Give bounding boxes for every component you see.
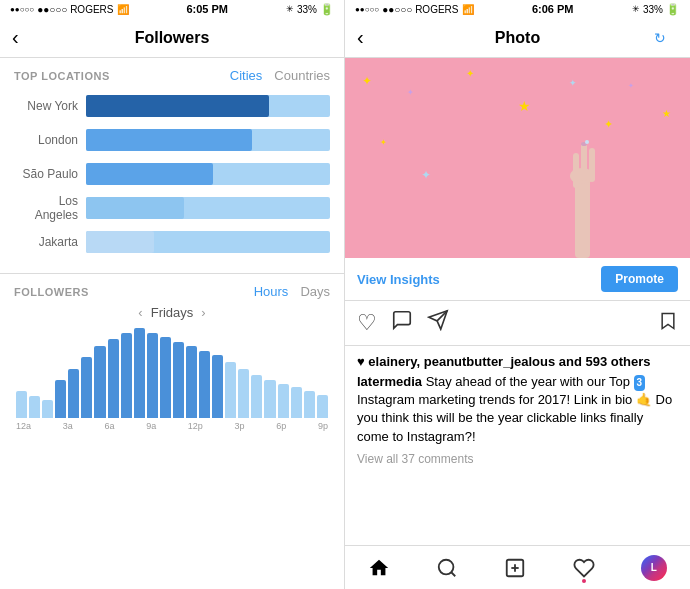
star-1: ✦	[362, 74, 372, 88]
status-bar-right: ●●○○○ ●●○○○ ROGERS 📶 6:06 PM ✳ 33% 🔋	[345, 0, 690, 18]
view-insights-button[interactable]: View Insights	[357, 272, 440, 287]
emoji-3: 3	[634, 375, 646, 391]
signal-icon-right: ●●○○○	[355, 5, 379, 14]
back-button-right[interactable]: ‹	[357, 26, 381, 49]
time-tabs: Hours Days	[254, 284, 330, 299]
nav-bar-left: ‹ Followers	[0, 18, 344, 58]
caption-area: ♥ elainery, peanutbutter_jealous and 593…	[345, 346, 690, 545]
nav-search-button[interactable]	[436, 557, 458, 579]
battery-area-right: ✳ 33% 🔋	[632, 3, 680, 16]
h-bar-4	[68, 369, 79, 419]
svg-rect-2	[573, 153, 579, 188]
h-bar-22	[304, 391, 315, 418]
carrier-info: ●●○○○ ●●○○○ ROGERS 📶	[10, 4, 129, 15]
tab-hours[interactable]: Hours	[254, 284, 289, 299]
bookmark-button[interactable]	[658, 310, 678, 337]
svg-marker-9	[662, 313, 674, 328]
bar-row-jakarta: Jakarta	[14, 229, 330, 255]
bar-bg-jakarta	[86, 231, 330, 253]
tab-cities[interactable]: Cities	[230, 68, 263, 83]
star-4: ★	[518, 98, 531, 114]
bar-fill-london	[86, 129, 252, 151]
promote-button[interactable]: Promote	[601, 266, 678, 292]
time-display-right: 6:06 PM	[532, 3, 574, 15]
bar-fill-losangeles	[86, 197, 184, 219]
h-bar-10	[147, 333, 158, 419]
time-label-1: 3a	[63, 421, 73, 431]
bar-fill-saopaulo	[86, 163, 213, 185]
h-bar-3	[55, 380, 66, 418]
bar-row-saopaulo: São Paulo	[14, 161, 330, 187]
bar-fill-jakarta	[86, 231, 154, 253]
h-bar-11	[160, 337, 171, 418]
status-bar-left: ●●○○○ ●●○○○ ROGERS 📶 6:05 PM ✳ 33% 🔋	[0, 0, 344, 18]
bar-label-newyork: New York	[14, 99, 86, 113]
photo-image: ✦ ✦ ✦ ★ ✦ ✦ ✦ ★ ✦ ✦	[345, 58, 690, 258]
bar-row-newyork: New York	[14, 93, 330, 119]
current-day-label: Fridays	[151, 305, 194, 320]
page-title-photo: Photo	[381, 29, 654, 47]
nav-bar-right: ‹ Photo ↻	[345, 18, 690, 58]
bar-bg-losangeles	[86, 197, 330, 219]
h-bar-8	[121, 333, 132, 419]
hand-svg	[555, 98, 610, 258]
share-button[interactable]	[427, 309, 449, 337]
h-bar-12	[173, 342, 184, 419]
likes-text: ♥ elainery, peanutbutter_jealous and 593…	[357, 354, 678, 369]
like-button[interactable]: ♡	[357, 310, 377, 336]
time-label-3: 9a	[146, 421, 156, 431]
action-row: ♡	[345, 301, 690, 346]
h-bar-21	[291, 387, 302, 418]
time-label-6: 6p	[276, 421, 286, 431]
location-tabs: Cities Countries	[230, 68, 330, 83]
time-label-4: 12p	[188, 421, 203, 431]
h-bar-19	[264, 380, 275, 418]
h-bar-17	[238, 369, 249, 419]
back-button-left[interactable]: ‹	[12, 26, 36, 49]
time-label-5: 3p	[235, 421, 245, 431]
bar-label-london: London	[14, 133, 86, 147]
view-comments-link[interactable]: View all 37 comments	[357, 452, 678, 466]
tab-days[interactable]: Days	[300, 284, 330, 299]
top-locations-label: TOP LOCATIONS	[14, 70, 110, 82]
prev-day-button[interactable]: ‹	[138, 305, 142, 320]
nav-profile-button[interactable]: L	[641, 555, 667, 581]
followers-section: FOLLOWERS Hours Days ‹ Fridays ›	[0, 273, 344, 589]
bluetooth-icon-right: ✳	[632, 4, 640, 14]
carrier-info-right: ●●○○○ ●●○○○ ROGERS 📶	[355, 4, 474, 15]
svg-line-11	[452, 572, 456, 576]
svg-rect-0	[575, 178, 590, 258]
star-3: ✦	[466, 68, 474, 79]
followers-label: FOLLOWERS	[14, 286, 89, 298]
nav-add-button[interactable]	[504, 557, 526, 579]
svg-rect-4	[589, 148, 595, 182]
battery-level: 33%	[297, 4, 317, 15]
h-bar-23	[317, 395, 328, 418]
nav-home-button[interactable]	[368, 557, 390, 579]
nav-heart-button[interactable]	[573, 557, 595, 579]
share-icon	[427, 309, 449, 331]
bluetooth-icon: ✳	[286, 4, 294, 14]
day-navigation: ‹ Fridays ›	[14, 305, 330, 320]
bookmark-icon	[658, 310, 678, 332]
bar-bg-newyork	[86, 95, 330, 117]
location-bar-chart: New York London São Paulo Los Angeles Ja…	[0, 83, 344, 273]
tab-countries[interactable]: Countries	[274, 68, 330, 83]
photo-container: ✦ ✦ ✦ ★ ✦ ✦ ✦ ★ ✦ ✦	[345, 58, 690, 258]
left-panel: ●●○○○ ●●○○○ ROGERS 📶 6:05 PM ✳ 33% 🔋 ‹ F…	[0, 0, 345, 589]
bar-row-losangeles: Los Angeles	[14, 195, 330, 221]
home-icon	[368, 557, 390, 579]
refresh-button[interactable]: ↻	[654, 30, 678, 46]
comment-icon	[391, 309, 413, 331]
signal-icon: ●●○○○	[10, 5, 34, 14]
search-icon	[436, 557, 458, 579]
star-7: ✦	[628, 82, 634, 90]
heart-icon	[573, 557, 595, 579]
h-bar-5	[81, 357, 92, 418]
comment-button[interactable]	[391, 309, 413, 337]
next-day-button[interactable]: ›	[201, 305, 205, 320]
h-bar-20	[278, 384, 289, 418]
bar-fill-newyork	[86, 95, 269, 117]
h-bar-2	[42, 400, 53, 418]
h-bar-15	[212, 355, 223, 418]
